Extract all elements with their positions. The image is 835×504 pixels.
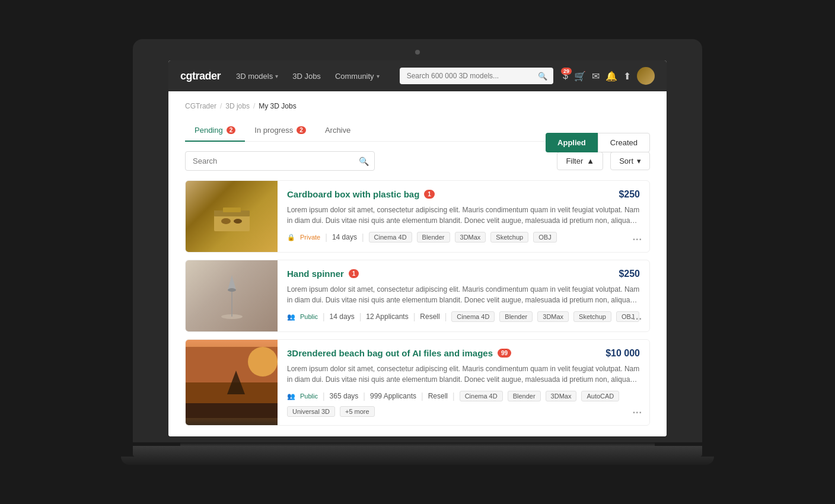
toolbar: 🔍 Filter ▲ Sort ▾ <box>185 151 650 171</box>
job-body-3: 3Drendered beach bag out of AI files and… <box>278 340 649 425</box>
job-resell-2: Resell <box>420 312 439 321</box>
nav-actions: $ 29 🛒 ✉ 🔔 ⬆ <box>563 67 655 85</box>
tag-cinema4d-2: Cinema 4D <box>451 311 495 322</box>
global-search-input[interactable] <box>400 68 553 84</box>
navbar: cgtrader 3D models ▾ 3D Jobs Community ▾ <box>168 60 667 91</box>
chevron-down-icon: ▾ <box>275 73 278 79</box>
page-content: CGTrader / 3D jobs / My 3D Jobs Applied … <box>168 91 667 436</box>
tag-3dmax-3: 3DMax <box>546 391 577 401</box>
job-thumbnail-2 <box>186 260 278 331</box>
job-days-1: 14 days <box>332 233 357 241</box>
job-card-2: Hand spinner 1 $250 Lorem ipsum dolor si… <box>185 260 650 332</box>
applied-button[interactable]: Applied <box>546 133 598 152</box>
job-price-1: $250 <box>619 189 640 200</box>
public-icon-3: 👥 <box>287 393 295 400</box>
wallet-icon[interactable]: $ 29 <box>563 71 568 81</box>
bell-icon[interactable]: 🔔 <box>605 71 617 82</box>
job-title-2[interactable]: Hand spinner <box>287 269 344 279</box>
in-progress-badge: 2 <box>297 126 306 134</box>
job-meta-1: 🔒 Private | 14 days | Cinema 4D Blender … <box>287 232 640 243</box>
laptop-bottom <box>133 446 702 457</box>
job-title-1[interactable]: Cardboard box with plastic bag <box>287 189 419 199</box>
upload-icon[interactable]: ⬆ <box>623 71 631 82</box>
job-thumbnail-1 <box>186 181 278 252</box>
job-desc-3: Lorem ipsum dolor sit amet, consectetur … <box>287 363 640 385</box>
job-privacy-2: Public <box>300 313 318 320</box>
wallet-badge: 29 <box>561 68 572 75</box>
more-options-3[interactable]: ··· <box>633 407 642 418</box>
svg-rect-2 <box>223 208 241 212</box>
job-header-1: Cardboard box with plastic bag 1 $250 <box>287 189 640 200</box>
job-notif-1: 1 <box>424 190 435 199</box>
pending-badge: 2 <box>227 126 236 134</box>
job-applicants-3: 999 Applicants <box>370 392 416 400</box>
job-meta-3: 👥 Public | 365 days | 999 Applicants | R… <box>287 391 640 417</box>
job-meta-2: 👥 Public | 14 days | 12 Applicants | Res… <box>287 311 640 322</box>
nav-3d-models[interactable]: 3D models ▾ <box>230 68 284 84</box>
tag-universal3d-3: Universal 3D <box>287 406 335 417</box>
tag-cinema4d-1: Cinema 4D <box>369 232 412 243</box>
job-price-2: $250 <box>619 269 640 279</box>
job-title-3[interactable]: 3Drendered beach bag out of AI files and… <box>287 348 493 358</box>
more-options-1[interactable]: ··· <box>633 234 642 245</box>
created-button[interactable]: Created <box>598 133 650 152</box>
thumbnail-beach <box>186 340 278 425</box>
job-notif-3: 99 <box>498 349 511 358</box>
breadcrumb-cgtrader[interactable]: CGTrader <box>185 102 216 110</box>
job-price-3: $10 000 <box>605 348 640 359</box>
svg-rect-14 <box>186 403 278 418</box>
more-options-2[interactable]: ··· <box>633 314 642 324</box>
tag-blender-3: Blender <box>508 391 541 401</box>
tab-in-progress[interactable]: In progress 2 <box>245 120 315 142</box>
job-title-row-2: Hand spinner 1 <box>287 269 359 279</box>
tab-archive[interactable]: Archive <box>315 120 360 142</box>
tag-blender-1: Blender <box>417 232 450 243</box>
job-search-input[interactable] <box>185 151 375 171</box>
brand-logo[interactable]: cgtrader <box>180 70 221 82</box>
thumbnail-spinner <box>186 260 278 331</box>
tag-autocad-3: AutoCAD <box>581 391 619 401</box>
chevron-up-icon: ▲ <box>587 157 594 165</box>
job-thumbnail-3 <box>186 340 278 425</box>
tag-3dmax-1: 3DMax <box>455 232 486 243</box>
svg-point-5 <box>229 222 235 226</box>
nav-links: 3D models ▾ 3D Jobs Community ▾ <box>230 68 385 84</box>
tag-blender-2: Blender <box>499 311 533 322</box>
filter-button[interactable]: Filter ▲ <box>557 152 603 170</box>
privacy-lock-icon: 🔒 <box>287 234 295 241</box>
job-privacy-3: Public <box>300 393 318 400</box>
mail-icon[interactable]: ✉ <box>592 71 600 82</box>
tab-pending[interactable]: Pending 2 <box>185 120 245 142</box>
tag-sketchup-2: Sketchup <box>573 311 611 322</box>
breadcrumb-current: My 3D Jobs <box>259 102 296 110</box>
svg-point-4 <box>234 219 242 224</box>
search-icon: 🔍 <box>359 157 369 166</box>
cart-icon[interactable]: 🛒 <box>574 71 586 82</box>
nav-community[interactable]: Community ▾ <box>329 68 385 84</box>
job-header-3: 3Drendered beach bag out of AI files and… <box>287 348 640 359</box>
laptop-camera <box>415 50 420 55</box>
svg-marker-8 <box>228 275 236 290</box>
svg-point-9 <box>228 288 236 292</box>
breadcrumb-3djobs[interactable]: 3D jobs <box>225 102 250 110</box>
job-search: 🔍 <box>185 151 375 171</box>
job-privacy-1: Private <box>300 234 320 241</box>
job-notif-2: 1 <box>349 269 359 278</box>
thumbnail-cardboard <box>186 181 278 252</box>
global-search: 🔍 <box>400 68 553 84</box>
chevron-down-icon: ▾ <box>637 157 641 165</box>
job-card-3: 3Drendered beach bag out of AI files and… <box>185 339 650 426</box>
job-applicants-2: 12 Applicants <box>366 312 408 321</box>
user-avatar[interactable] <box>637 67 655 85</box>
tag-sketchup-1: Sketchup <box>490 232 528 243</box>
nav-3d-jobs[interactable]: 3D Jobs <box>286 68 327 84</box>
tag-obj-1: OBJ <box>533 232 556 243</box>
job-list: Cardboard box with plastic bag 1 $250 Lo… <box>185 180 650 426</box>
sort-button[interactable]: Sort ▾ <box>610 152 650 170</box>
job-title-row-3: 3Drendered beach bag out of AI files and… <box>287 348 511 358</box>
laptop-base <box>121 457 714 465</box>
job-desc-1: Lorem ipsum dolor sit amet, consectetur … <box>287 205 640 226</box>
job-resell-3: Resell <box>428 392 448 400</box>
breadcrumb: CGTrader / 3D jobs / My 3D Jobs <box>185 102 650 110</box>
tag-cinema4d-3: Cinema 4D <box>460 391 503 401</box>
